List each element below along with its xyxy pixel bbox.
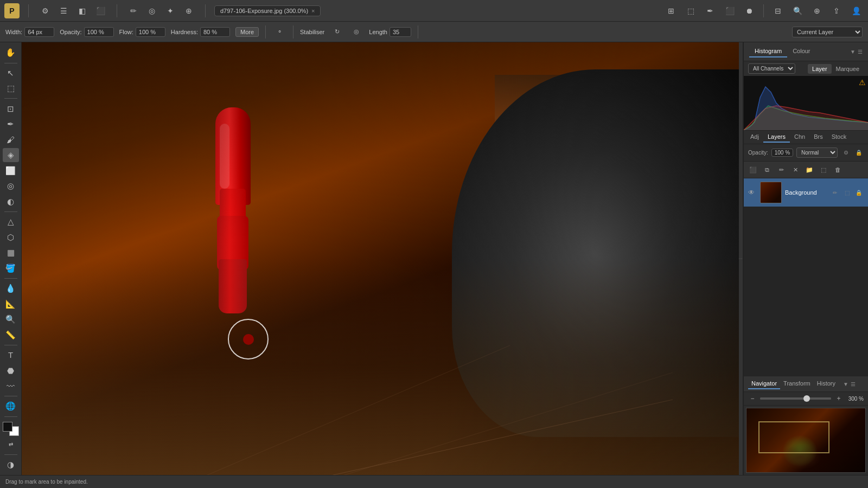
export-icon[interactable]: ⬛ (93, 3, 108, 18)
copy-layer-icon[interactable]: ⧉ (761, 164, 773, 176)
adj-tab[interactable]: Adj (746, 132, 763, 143)
tool-move[interactable]: ↖ (3, 66, 19, 80)
layer-mask-icon[interactable]: ⬚ (842, 188, 852, 197)
more-button[interactable]: More (235, 27, 259, 37)
tool-fill[interactable]: 🪣 (3, 261, 19, 275)
history-tab[interactable]: History (814, 378, 839, 389)
chn-tab[interactable]: Chn (790, 132, 809, 143)
panel-options-icon[interactable]: ☰ (858, 49, 863, 55)
transform-tab[interactable]: Transform (780, 378, 814, 389)
layer-lock-icon-2[interactable]: 🔒 (854, 188, 864, 197)
navigator-tab[interactable]: Navigator (748, 378, 780, 389)
canvas-area[interactable] (22, 42, 739, 475)
current-layer-select[interactable]: Current Layer (792, 27, 863, 37)
share-icon[interactable]: ⇪ (829, 3, 844, 18)
panel-expand-handle[interactable]: ⋮ (739, 42, 743, 475)
grid-icon[interactable]: ⊞ (663, 3, 679, 18)
stock-tab[interactable]: Stock (827, 132, 851, 143)
record-icon[interactable]: ⏺ (742, 3, 757, 18)
zoom-minus-button[interactable]: − (748, 394, 757, 403)
settings-icon[interactable]: ⚙ (37, 3, 53, 18)
background-layer-item[interactable]: 👁 Background ✏ ⬚ 🔒 (744, 178, 868, 207)
tool-3d[interactable]: 🌐 (3, 399, 19, 414)
zoom-thumb[interactable] (803, 395, 810, 402)
brush-menu-icon[interactable]: ✏ (126, 3, 141, 18)
zoom-slider[interactable] (760, 397, 831, 400)
select-icon[interactable]: ⬚ (683, 3, 698, 18)
tool-clone[interactable]: ◎ (3, 179, 19, 194)
tool-crop[interactable]: ⊡ (3, 101, 19, 116)
layer-sub-tab[interactable]: Layer (808, 64, 832, 74)
delete-layer-icon[interactable]: 🗑 (832, 164, 844, 176)
menu-separator-2 (117, 4, 117, 17)
hardness-field: Hardness: (171, 27, 230, 37)
tool-swap-colors[interactable]: ⇄ (3, 437, 19, 452)
tool-brush[interactable]: 🖌 (3, 132, 19, 147)
file-close-icon[interactable]: × (311, 8, 315, 14)
tool-path[interactable]: ⬡ (3, 230, 19, 245)
layer-gear-icon[interactable]: ⚙ (841, 148, 851, 158)
zoom-plus-button[interactable]: + (834, 394, 843, 403)
tool-mask[interactable]: ⬣ (3, 363, 19, 378)
length-input[interactable] (390, 27, 411, 37)
colour-tab[interactable]: Colour (787, 46, 815, 57)
histogram-tab[interactable]: Histogram (749, 46, 787, 57)
tool-pen[interactable]: ✒ (3, 117, 19, 132)
folder-layer-icon[interactable]: 📁 (803, 164, 815, 176)
layer-lock-icon[interactable]: 🔒 (854, 148, 864, 158)
panel-collapse-icon[interactable]: ▼ (850, 49, 856, 55)
marquee-sub-tab[interactable]: Marquee (832, 64, 864, 74)
tool-zoom[interactable]: 🔍 (3, 312, 19, 327)
floor-lines (22, 237, 739, 475)
tool-select-rect[interactable]: ⬚ (3, 81, 19, 96)
merge-layer-icon[interactable]: ⬚ (818, 164, 829, 176)
flow-input[interactable] (136, 27, 165, 37)
tool-smudge[interactable]: 〰 (3, 379, 19, 394)
blend-mode-select[interactable]: Normal (796, 147, 838, 158)
adjustments-icon[interactable]: ◧ (74, 3, 90, 18)
circle-icon[interactable]: ◎ (144, 3, 159, 18)
color-swatches[interactable] (3, 422, 19, 436)
tool-heal[interactable]: ◈ (3, 148, 19, 163)
opacity-value[interactable]: 100 % (771, 149, 793, 157)
new-layer-icon[interactable]: ⬛ (747, 164, 759, 176)
arrange-icon[interactable]: ⊟ (770, 3, 786, 18)
pen-icon[interactable]: ✒ (703, 3, 718, 18)
star-icon[interactable]: ✦ (163, 3, 178, 18)
clear-layer-icon[interactable]: ✕ (789, 164, 801, 176)
edit-layer-icon[interactable]: ✏ (775, 164, 787, 176)
brs-tab[interactable]: Brs (809, 132, 827, 143)
stabiliser-toggle[interactable]: ↻ (330, 25, 344, 39)
target-icon[interactable]: ⊕ (181, 3, 196, 18)
file-tab[interactable]: d797-106-Exposure.jpg (300.0%) × (214, 5, 321, 16)
tool-text[interactable]: T (3, 348, 19, 363)
width-input[interactable] (24, 27, 54, 37)
layers-icon[interactable]: ☰ (56, 3, 71, 18)
tool-shape[interactable]: △ (3, 215, 19, 229)
tool-measure[interactable]: 📐 (3, 297, 19, 311)
tool-ruler[interactable]: 📏 (3, 328, 19, 342)
navigator-options-icon[interactable]: ☰ (851, 381, 856, 387)
stabiliser-option[interactable]: ◎ (349, 25, 363, 39)
navigator-collapse-icon[interactable]: ▼ (843, 381, 848, 387)
tool-hand[interactable]: ✋ (3, 46, 19, 60)
layer-edit-icon[interactable]: ✏ (830, 188, 840, 197)
opacity-input[interactable] (84, 27, 114, 37)
hardness-input[interactable] (200, 27, 230, 37)
width-field: Width: (5, 27, 54, 37)
tool-eraser[interactable]: ⬜ (3, 163, 19, 178)
channel-select[interactable]: All Channels (748, 63, 795, 74)
tool-channels[interactable]: ◑ (3, 458, 19, 472)
tool-eyedropper[interactable]: 💧 (3, 281, 19, 296)
layer-visibility[interactable]: 👁 (748, 189, 757, 196)
tool-gradient[interactable]: ▦ (3, 246, 19, 260)
menu-separator-3 (205, 4, 206, 17)
mask2-icon[interactable]: ⊕ (809, 3, 825, 18)
search-icon[interactable]: 🔍 (790, 3, 805, 18)
brush-settings-icon[interactable]: ⚬ (272, 25, 286, 39)
screen-icon[interactable]: ⬛ (722, 3, 737, 18)
navigator-preview[interactable] (746, 408, 866, 473)
layers-tab[interactable]: Layers (763, 132, 790, 143)
user-icon[interactable]: 👤 (848, 3, 864, 18)
tool-dodge[interactable]: ◐ (3, 194, 19, 209)
